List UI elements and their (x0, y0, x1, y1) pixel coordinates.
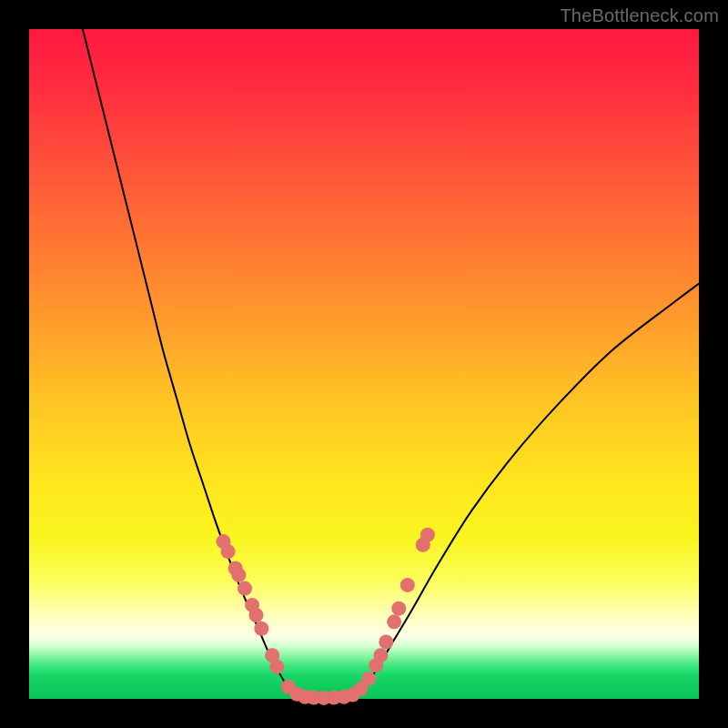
data-point (379, 634, 393, 649)
data-point (269, 660, 284, 674)
data-point (221, 544, 236, 559)
data-point (254, 622, 268, 636)
curve-layer (83, 29, 699, 698)
chart-svg (29, 29, 699, 699)
data-point (361, 672, 376, 686)
data-point (391, 602, 406, 616)
marker-layer (216, 528, 434, 705)
data-point (420, 528, 435, 542)
bottleneck-curve (83, 29, 699, 698)
data-point (387, 614, 401, 629)
data-point (400, 578, 415, 592)
data-point (249, 608, 264, 622)
data-point (373, 648, 388, 662)
plot-area (29, 29, 699, 699)
data-point (231, 568, 246, 582)
watermark-text: TheBottleneck.com (560, 5, 719, 26)
chart-stage: TheBottleneck.com (0, 0, 728, 728)
data-point (238, 581, 252, 596)
